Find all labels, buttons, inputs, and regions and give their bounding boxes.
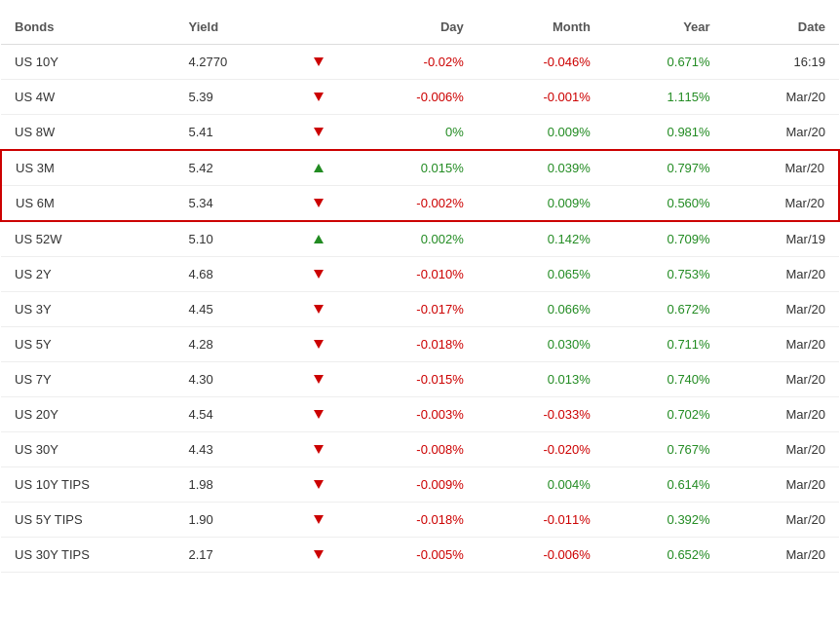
bond-month: 0.009%: [477, 115, 604, 151]
bond-day: -0.002%: [351, 186, 477, 222]
bond-name: US 52W: [1, 221, 175, 257]
table-row[interactable]: US 6M 5.34 -0.002% 0.009% 0.560% Mar/20: [1, 186, 839, 222]
table-row[interactable]: US 3Y 4.45 -0.017% 0.066% 0.672% Mar/20: [1, 292, 839, 327]
header-date: Date: [724, 10, 839, 45]
bond-yield: 4.68: [175, 257, 287, 292]
bond-year: 0.671%: [604, 45, 724, 80]
header-direction: [287, 10, 351, 45]
bond-yield: 5.42: [175, 150, 287, 186]
table-row[interactable]: US 20Y 4.54 -0.003% -0.033% 0.702% Mar/2…: [1, 397, 839, 432]
bond-direction: [287, 467, 351, 503]
arrow-down-icon: [314, 410, 324, 419]
bond-yield: 5.39: [175, 80, 287, 115]
bond-name: US 4W: [1, 80, 175, 115]
bond-year: 0.981%: [604, 115, 724, 151]
bond-name: US 2Y: [1, 257, 175, 292]
bond-yield: 5.41: [175, 115, 287, 151]
bond-name: US 5Y TIPS: [1, 503, 175, 538]
bond-year: 0.392%: [604, 503, 724, 538]
bond-name: US 5Y: [1, 327, 175, 362]
bond-year: 0.614%: [604, 467, 724, 503]
table-row[interactable]: US 5Y TIPS 1.90 -0.018% -0.011% 0.392% M…: [1, 503, 839, 538]
arrow-down-icon: [314, 550, 324, 559]
arrow-down-icon: [314, 270, 324, 279]
bond-month: -0.046%: [477, 45, 604, 80]
header-day: Day: [351, 10, 477, 45]
bond-day: -0.006%: [351, 80, 477, 115]
table-row[interactable]: US 30Y TIPS 2.17 -0.005% -0.006% 0.652% …: [1, 538, 839, 573]
arrow-up-icon: [314, 164, 324, 172]
bond-yield: 5.34: [175, 186, 287, 222]
bond-date: Mar/20: [724, 467, 839, 503]
bond-name: US 30Y TIPS: [1, 538, 175, 573]
arrow-down-icon: [314, 199, 324, 207]
bond-direction: [287, 362, 351, 397]
arrow-up-icon: [314, 235, 324, 243]
table-row[interactable]: US 4W 5.39 -0.006% -0.001% 1.115% Mar/20: [1, 80, 839, 115]
header-year: Year: [604, 10, 724, 45]
arrow-down-icon: [314, 515, 324, 524]
bond-date: Mar/20: [724, 432, 839, 467]
bond-date: Mar/20: [724, 327, 839, 362]
bond-yield: 4.2770: [175, 45, 287, 80]
bond-date: Mar/20: [724, 186, 839, 222]
header-month: Month: [477, 10, 604, 45]
bonds-table-container: Bonds Yield Day Month Year Date US 10Y 4…: [0, 0, 840, 582]
bond-date: Mar/20: [724, 503, 839, 538]
bond-day: -0.017%: [351, 292, 477, 327]
bond-month: 0.142%: [477, 221, 604, 257]
bond-direction: [287, 397, 351, 432]
arrow-down-icon: [314, 340, 324, 349]
bond-month: 0.004%: [477, 467, 604, 503]
bond-month: 0.065%: [477, 257, 604, 292]
table-row[interactable]: US 3M 5.42 0.015% 0.039% 0.797% Mar/20: [1, 150, 839, 186]
bond-date: Mar/20: [724, 150, 839, 186]
bond-year: 0.711%: [604, 327, 724, 362]
bond-name: US 8W: [1, 115, 175, 151]
table-row[interactable]: US 2Y 4.68 -0.010% 0.065% 0.753% Mar/20: [1, 257, 839, 292]
bond-yield: 2.17: [175, 538, 287, 573]
bond-month: 0.030%: [477, 327, 604, 362]
bond-date: Mar/20: [724, 292, 839, 327]
bond-yield: 4.28: [175, 327, 287, 362]
bond-year: 0.797%: [604, 150, 724, 186]
bond-date: Mar/20: [724, 397, 839, 432]
bond-day: 0.002%: [351, 221, 477, 257]
table-row[interactable]: US 30Y 4.43 -0.008% -0.020% 0.767% Mar/2…: [1, 432, 839, 467]
table-row[interactable]: US 5Y 4.28 -0.018% 0.030% 0.711% Mar/20: [1, 327, 839, 362]
bond-date: Mar/20: [724, 257, 839, 292]
bond-yield: 5.10: [175, 221, 287, 257]
bond-name: US 3M: [1, 150, 175, 186]
arrow-down-icon: [314, 480, 324, 489]
bond-month: 0.009%: [477, 186, 604, 222]
bond-direction: [287, 503, 351, 538]
bond-yield: 1.98: [175, 467, 287, 503]
bond-direction: [287, 538, 351, 573]
table-row[interactable]: US 8W 5.41 0% 0.009% 0.981% Mar/20: [1, 115, 839, 151]
bond-year: 0.702%: [604, 397, 724, 432]
bond-direction: [287, 115, 351, 151]
bond-day: 0%: [351, 115, 477, 151]
table-header-row: Bonds Yield Day Month Year Date: [1, 10, 839, 45]
bond-year: 0.672%: [604, 292, 724, 327]
bond-direction: [287, 292, 351, 327]
table-row[interactable]: US 10Y TIPS 1.98 -0.009% 0.004% 0.614% M…: [1, 467, 839, 503]
bond-name: US 3Y: [1, 292, 175, 327]
bonds-table: Bonds Yield Day Month Year Date US 10Y 4…: [0, 10, 840, 573]
table-row[interactable]: US 7Y 4.30 -0.015% 0.013% 0.740% Mar/20: [1, 362, 839, 397]
bond-year: 0.560%: [604, 186, 724, 222]
bond-yield: 4.45: [175, 292, 287, 327]
bond-month: 0.039%: [477, 150, 604, 186]
bond-date: Mar/19: [724, 221, 839, 257]
bond-month: 0.013%: [477, 362, 604, 397]
bond-direction: [287, 80, 351, 115]
bond-name: US 7Y: [1, 362, 175, 397]
bond-name: US 30Y: [1, 432, 175, 467]
table-row[interactable]: US 52W 5.10 0.002% 0.142% 0.709% Mar/19: [1, 221, 839, 257]
bond-date: Mar/20: [724, 362, 839, 397]
bond-yield: 4.54: [175, 397, 287, 432]
bond-day: -0.009%: [351, 467, 477, 503]
bond-direction: [287, 257, 351, 292]
table-row[interactable]: US 10Y 4.2770 -0.02% -0.046% 0.671% 16:1…: [1, 45, 839, 80]
bond-year: 1.115%: [604, 80, 724, 115]
